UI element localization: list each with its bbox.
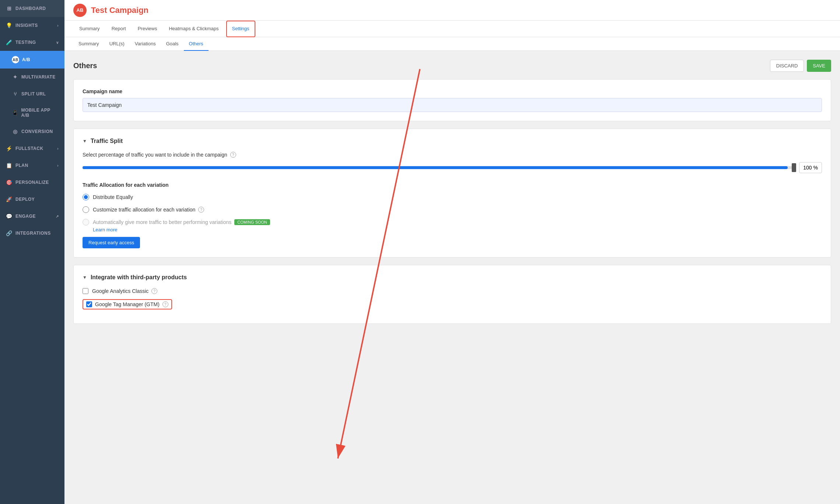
plan-icon: 📋: [6, 162, 13, 169]
integrations-icon: 🔗: [6, 230, 13, 237]
coming-soon-badge: COMING SOON: [234, 219, 270, 225]
mobile-icon: 📱: [12, 109, 18, 116]
fullstack-icon: ⚡: [6, 145, 13, 152]
page-header: Others DISCARD SAVE: [73, 60, 831, 72]
campaign-title-bar: AB Test Campaign: [64, 0, 840, 21]
collapse-arrow-icon[interactable]: ▼: [83, 139, 87, 144]
tab-previews[interactable]: Previews: [132, 21, 163, 37]
sidebar-item-engage[interactable]: 💬 Engage ↗: [0, 208, 64, 225]
auto-label: Automatically give more traffic to bette…: [93, 219, 270, 225]
sidebar-item-mobileapp[interactable]: 📱 Mobile App A/B: [0, 102, 64, 123]
sidebar-item-testing[interactable]: 🧪 Testing ∨: [0, 34, 64, 51]
sidebar-item-ab[interactable]: AB A/B: [0, 51, 64, 69]
third-party-card: ▼ Integrate with third-party products Go…: [73, 265, 831, 324]
slider-help-icon[interactable]: ?: [230, 152, 236, 158]
sidebar-item-personalize[interactable]: 🎯 Personalize: [0, 174, 64, 191]
allocation-label: Traffic Allocation for each variation: [83, 182, 822, 188]
radio-distribute: Distribute Equally: [83, 194, 822, 200]
learn-more-link[interactable]: Learn more: [93, 227, 822, 232]
radio-auto: Automatically give more traffic to bette…: [83, 219, 822, 225]
tab-heatmaps[interactable]: Heatmaps & Clickmaps: [163, 21, 224, 37]
chevron-right-icon: ›: [57, 24, 59, 28]
customize-help-icon[interactable]: ?: [198, 207, 204, 213]
ga-classic-checkbox[interactable]: [83, 288, 88, 294]
ga-classic-checkbox-item: Google Analytics Classic ?: [83, 288, 822, 294]
sidebar-item-fullstack[interactable]: ⚡ Fullstack ›: [0, 140, 64, 157]
campaign-name-input[interactable]: [83, 98, 822, 112]
main-nav-tabs: Summary Report Previews Heatmaps & Click…: [64, 21, 840, 37]
customize-label[interactable]: Customize traffic allocation for each va…: [93, 207, 204, 213]
settings-content: Others DISCARD SAVE Campaign name ▼ Traf…: [64, 51, 840, 504]
slider-thumb[interactable]: [792, 163, 796, 172]
engage-icon: 💬: [6, 213, 13, 220]
action-buttons: DISCARD SAVE: [770, 60, 831, 72]
gtm-help-icon[interactable]: ?: [162, 301, 168, 307]
slider-wrapper: 100 %: [83, 162, 822, 173]
traffic-split-title: ▼ Traffic Split: [83, 138, 822, 144]
chevron-down-icon: ∨: [56, 41, 59, 45]
ga-classic-label[interactable]: Google Analytics Classic ?: [92, 288, 157, 294]
customize-radio[interactable]: [83, 206, 89, 213]
campaign-avatar: AB: [73, 4, 87, 17]
radio-customize: Customize traffic allocation for each va…: [83, 206, 822, 213]
ga-help-icon[interactable]: ?: [151, 288, 157, 294]
sidebar-item-integrations[interactable]: 🔗 Integrations: [0, 225, 64, 242]
slider-track: [83, 166, 795, 169]
traffic-split-card: ▼ Traffic Split Select percentage of tra…: [73, 129, 831, 258]
gtm-checkbox[interactable]: [86, 301, 92, 307]
auto-radio[interactable]: [83, 219, 89, 225]
slider-fill: [83, 166, 788, 169]
tab-summary[interactable]: Summary: [73, 21, 106, 37]
traffic-slider-container: Select percentage of traffic you want to…: [83, 152, 822, 173]
campaign-name-heading: Test Campaign: [91, 6, 148, 15]
sidebar-item-conversion[interactable]: ◎ Conversion: [0, 123, 64, 140]
gtm-highlight-box: Google Tag Manager (GTM) ?: [83, 299, 172, 309]
spliturl-icon: ⑂: [12, 91, 18, 97]
dashboard-icon: ⊞: [6, 5, 13, 12]
traffic-allocation-section: Traffic Allocation for each variation Di…: [83, 182, 822, 248]
sidebar-item-dashboard[interactable]: ⊞ Dashboard: [0, 0, 64, 17]
sidebar-item-plan[interactable]: 📋 Plan ›: [0, 157, 64, 174]
slider-value-display: 100 %: [799, 162, 822, 173]
subtab-urls[interactable]: URL(s): [104, 37, 130, 51]
subtab-goals[interactable]: Goals: [161, 37, 184, 51]
tab-report[interactable]: Report: [106, 21, 132, 37]
campaign-name-card: Campaign name: [73, 79, 831, 121]
collapse-arrow-icon-2[interactable]: ▼: [83, 275, 87, 280]
page-title: Others: [73, 62, 97, 70]
sidebar-item-multivariate[interactable]: ✦ Multivariate: [0, 69, 64, 85]
subtab-summary[interactable]: Summary: [73, 37, 104, 51]
multivariate-icon: ✦: [12, 74, 18, 80]
discard-button[interactable]: DISCARD: [770, 60, 804, 72]
personalize-icon: 🎯: [6, 179, 13, 186]
campaign-name-label: Campaign name: [83, 88, 822, 94]
chevron-right-icon: ›: [57, 147, 59, 151]
distribute-label[interactable]: Distribute Equally: [93, 194, 133, 200]
deploy-icon: 🚀: [6, 196, 13, 203]
third-party-title: ▼ Integrate with third-party products: [83, 274, 822, 281]
conversion-icon: ◎: [12, 128, 18, 135]
tab-settings[interactable]: Settings: [226, 21, 255, 37]
sidebar-item-deploy[interactable]: 🚀 Deploy: [0, 191, 64, 208]
slider-label: Select percentage of traffic you want to…: [83, 152, 822, 158]
settings-sub-tabs: Summary URL(s) Variations Goals Others: [64, 37, 840, 51]
main-content: AB Test Campaign Summary Report Previews…: [64, 0, 840, 504]
request-early-access-button[interactable]: Request early access: [83, 237, 140, 248]
distribute-radio[interactable]: [83, 194, 89, 200]
sidebar-item-spliturl[interactable]: ⑂ Split URL: [0, 85, 64, 102]
sidebar: ⊞ Dashboard 💡 Insights › 🧪 Testing ∨ AB …: [0, 0, 64, 504]
chevron-right-icon: ›: [57, 164, 59, 168]
gtm-label[interactable]: Google Tag Manager (GTM) ?: [95, 301, 168, 307]
insights-icon: 💡: [6, 22, 13, 29]
gtm-checkbox-item: Google Tag Manager (GTM) ?: [83, 299, 822, 309]
ab-icon: AB: [12, 56, 19, 63]
sidebar-item-insights[interactable]: 💡 Insights ›: [0, 17, 64, 34]
testing-icon: 🧪: [6, 39, 13, 46]
subtab-others[interactable]: Others: [184, 37, 209, 51]
external-link-icon: ↗: [56, 214, 59, 218]
subtab-variations[interactable]: Variations: [130, 37, 161, 51]
save-button[interactable]: SAVE: [807, 60, 831, 72]
traffic-radio-group: Distribute Equally Customize traffic all…: [83, 194, 822, 225]
